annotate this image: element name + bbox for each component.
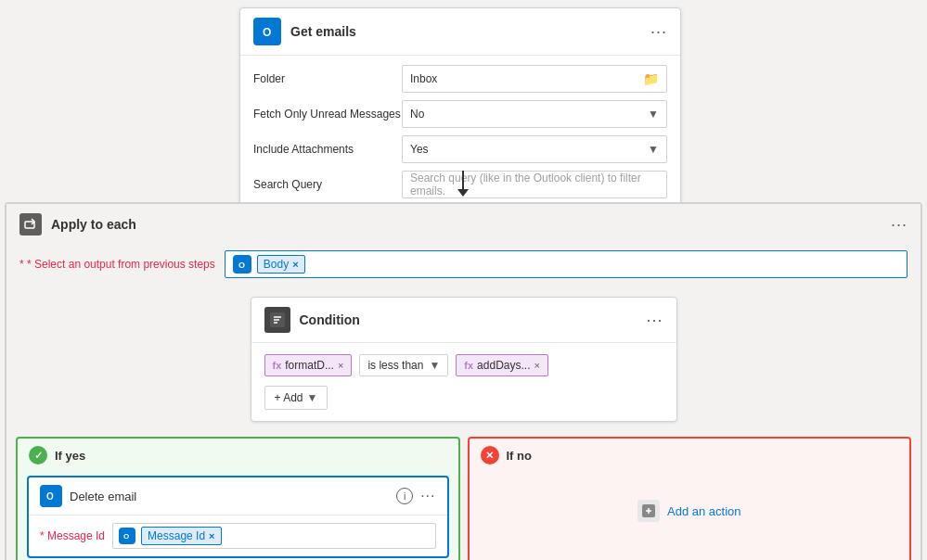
condition-body: fx formatD... × is less than ▼ fx addD (251, 343, 676, 421)
svg-text:O: O (238, 261, 245, 270)
get-emails-title: Get emails (290, 24, 356, 39)
svg-text:O: O (46, 491, 54, 502)
add-condition-button[interactable]: + Add ▼ (264, 386, 328, 410)
add-action-container: Add an action (470, 472, 910, 550)
search-query-placeholder: Search query (like in the Outlook client… (410, 172, 659, 197)
delete-email-actions: i ··· (396, 488, 435, 504)
condition-icon (264, 307, 290, 333)
add-chevron: ▼ (307, 391, 318, 404)
search-query-label: Search Query (253, 178, 402, 191)
delete-email-more-icon[interactable]: ··· (420, 488, 435, 504)
include-attachments-select[interactable]: Yes ▼ (402, 135, 667, 163)
if-no-label: If no (507, 449, 532, 463)
msg-id-label: * Message Id (40, 529, 105, 542)
fetch-unread-select[interactable]: No ▼ (402, 100, 667, 128)
output-input-box[interactable]: O Body × (225, 250, 908, 278)
delete-email-body: * Message Id O Message Id (29, 515, 447, 556)
if-no-header: ✕ If no (470, 439, 910, 472)
body-tag: Body × (257, 255, 305, 274)
outlook-icon: O (253, 18, 281, 45)
delete-email-header: O Delete email i ··· (29, 477, 447, 515)
canvas: O Get emails ··· Folder Inbox 📁 Fetch On… (0, 0, 927, 560)
msg-id-input[interactable]: O Message Id × (112, 523, 435, 549)
yes-circle: ✓ (29, 446, 47, 465)
condition-wrapper: Condition ··· fx formatD... × (6, 287, 921, 437)
if-yes-label: If yes (55, 449, 85, 463)
add-action-icon (637, 500, 660, 522)
folder-input[interactable]: Inbox 📁 (402, 65, 667, 93)
arrow-head (457, 189, 469, 197)
get-emails-header: O Get emails ··· (240, 8, 680, 56)
fetch-unread-chevron: ▼ (648, 108, 659, 121)
msg-id-tag-close[interactable]: × (209, 530, 214, 541)
delete-email-outlook-icon: O (40, 485, 62, 507)
folder-label: Folder (253, 72, 402, 85)
select-output-label: * * Select an output from previous steps (19, 258, 215, 271)
include-attachments-row: Include Attachments Yes ▼ (253, 135, 667, 163)
folder-icon: 📁 (643, 71, 659, 86)
delete-email-header-left: O Delete email (40, 485, 136, 507)
connector-arrow (457, 171, 469, 197)
msg-id-tag-label: Message Id (148, 529, 205, 542)
folder-value: Inbox (410, 72, 437, 85)
msg-id-tag: Message Id × (141, 527, 221, 545)
condition-header-left: Condition (264, 307, 360, 333)
msg-id-outlook-icon: O (119, 528, 135, 544)
fetch-unread-label: Fetch Only Unread Messages (253, 108, 402, 121)
include-attachments-label: Include Attachments (253, 143, 402, 156)
delete-email-card: O Delete email i ··· * Message Id (27, 476, 449, 558)
add-button-label: + Add (275, 391, 303, 404)
add-button-row: + Add ▼ (264, 386, 663, 410)
if-no-branch: ✕ If no Add an action (468, 437, 912, 560)
apply-each-title: Apply to each (51, 217, 136, 232)
right-func-close[interactable]: × (534, 360, 539, 371)
card-header-left: O Get emails (253, 18, 356, 45)
delete-email-title: Delete email (70, 490, 136, 503)
svg-text:O: O (123, 532, 129, 541)
left-func-tag: fx formatD... × (264, 354, 353, 376)
loop-icon (19, 213, 42, 235)
operator-value: is less than (367, 359, 423, 372)
select-output-row: * * Select an output from previous steps… (6, 245, 921, 287)
fetch-unread-value: No (410, 108, 424, 121)
body-tag-close[interactable]: × (292, 259, 298, 270)
folder-row: Folder Inbox 📁 (253, 65, 667, 93)
get-emails-more-icon[interactable]: ··· (650, 22, 667, 42)
condition-title: Condition (300, 312, 360, 327)
msg-id-row: * Message Id O Message Id (40, 523, 436, 549)
apply-each-more-icon[interactable]: ··· (891, 215, 908, 235)
condition-card: Condition ··· fx formatD... × (251, 297, 677, 422)
include-attachments-chevron: ▼ (648, 143, 659, 156)
right-func-icon: fx (464, 360, 473, 371)
left-func-icon: fx (273, 360, 282, 371)
fetch-unread-row: Fetch Only Unread Messages No ▼ (253, 100, 667, 128)
no-circle: ✕ (481, 446, 499, 465)
body-tag-outlook-icon: O (233, 255, 251, 274)
apply-each-header-left: Apply to each (19, 213, 136, 235)
right-func-label: addDays... (477, 359, 530, 372)
if-yes-header: ✓ If yes (18, 439, 458, 472)
condition-header: Condition ··· (251, 298, 676, 343)
branches-row: ✓ If yes O Delete email (6, 437, 921, 560)
left-func-close[interactable]: × (338, 360, 343, 371)
arrow-line (462, 171, 464, 189)
apply-each-header: Apply to each ··· (6, 204, 921, 245)
condition-expression-row: fx formatD... × is less than ▼ fx addD (264, 354, 663, 376)
left-func-label: formatD... (285, 359, 334, 372)
svg-text:O: O (263, 26, 271, 39)
search-query-input[interactable]: Search query (like in the Outlook client… (402, 171, 667, 198)
apply-to-each-container: Apply to each ··· * * Select an output f… (5, 202, 922, 560)
include-attachments-value: Yes (410, 143, 429, 156)
condition-more-icon[interactable]: ··· (646, 311, 663, 330)
add-action-button[interactable]: Add an action (667, 504, 741, 518)
body-tag-label: Body (264, 258, 289, 271)
operator-chevron: ▼ (429, 359, 440, 372)
info-icon[interactable]: i (396, 488, 413, 504)
right-func-tag: fx addDays... × (456, 354, 548, 376)
if-yes-branch: ✓ If yes O Delete email (16, 437, 460, 560)
operator-select[interactable]: is less than ▼ (359, 354, 448, 376)
